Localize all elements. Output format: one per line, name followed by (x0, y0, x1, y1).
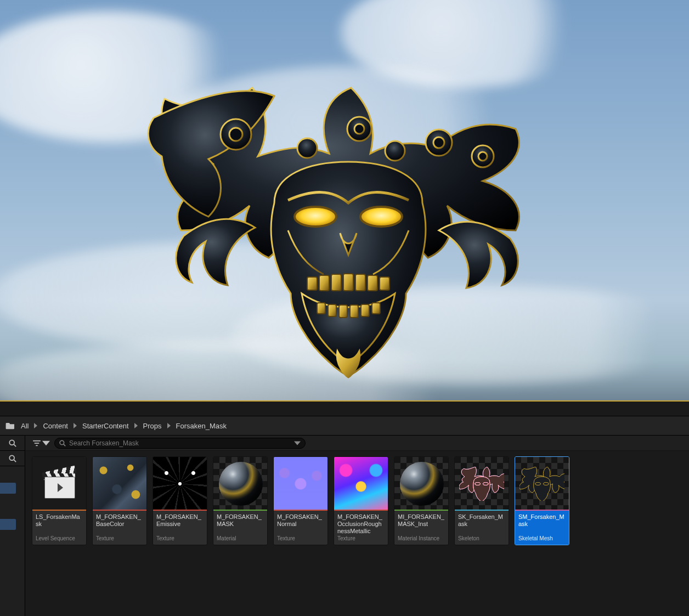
asset-thumbnail (334, 457, 388, 511)
asset-type: Material Instance (398, 535, 445, 541)
asset-type-strip (153, 510, 207, 511)
asset-grid[interactable]: LS_ForsakenMaskLevel SequenceM_FORSAKEN_… (25, 451, 689, 616)
asset-card[interactable]: MI_FORSAKEN_MASK_InstMaterial Instance (394, 456, 449, 545)
search-icon (59, 440, 66, 447)
asset-thumbnail (455, 457, 509, 511)
svg-rect-15 (343, 274, 353, 291)
svg-point-36 (535, 483, 541, 485)
svg-point-11 (360, 207, 402, 227)
asset-card[interactable]: LS_ForsakenMaskLevel Sequence (32, 456, 87, 545)
filter-icon (33, 440, 41, 447)
asset-type: Texture (96, 535, 143, 541)
chevron-right-icon (167, 423, 171, 428)
viewport-model-forsaken-mask (132, 66, 538, 384)
sources-tree-selection[interactable] (0, 483, 16, 494)
asset-search[interactable] (54, 438, 306, 449)
asset-type: Skeleton (458, 535, 505, 541)
asset-name: SM_Forsaken_Mask (518, 513, 566, 528)
breadcrumb-root[interactable]: All (19, 421, 31, 431)
svg-rect-21 (339, 305, 347, 318)
asset-name: M_FORSAKEN_OcclusionRoughnessMetallic (337, 513, 385, 535)
sources-search-button-2[interactable] (0, 451, 25, 466)
svg-rect-29 (33, 440, 41, 441)
svg-line-33 (64, 444, 65, 445)
svg-line-26 (14, 444, 16, 447)
breadcrumb-item-current[interactable]: Forsaken_Mask (174, 421, 229, 431)
asset-card[interactable]: M_FORSAKEN_MASKMaterial (213, 456, 268, 545)
breadcrumb-item-content[interactable]: Content (41, 421, 70, 431)
asset-type-strip (274, 510, 327, 511)
asset-thumbnail (213, 457, 267, 511)
svg-rect-12 (307, 277, 317, 290)
chevron-down-icon[interactable] (294, 440, 301, 447)
asset-type-strip (455, 510, 509, 511)
chevron-down-icon (42, 440, 50, 447)
breadcrumb-item-startercontent[interactable]: StarterContent (80, 421, 131, 431)
svg-point-37 (543, 483, 549, 485)
chevron-right-icon (134, 423, 138, 428)
asset-name: M_FORSAKEN_Normal (277, 513, 324, 528)
svg-point-7 (385, 141, 405, 161)
svg-rect-23 (361, 304, 369, 317)
asset-name: M_FORSAKEN_MASK (217, 513, 264, 528)
asset-type-strip (93, 510, 146, 511)
svg-point-9 (478, 152, 487, 161)
asset-type: Level Sequence (36, 535, 83, 541)
panel-divider[interactable] (0, 402, 689, 416)
asset-thumbnail (274, 457, 327, 511)
asset-type-strip (394, 510, 448, 511)
svg-rect-22 (350, 305, 358, 318)
asset-card[interactable]: M_FORSAKEN_NormalTexture (273, 456, 328, 545)
asset-thumbnail (93, 457, 146, 511)
asset-type-strip (32, 510, 86, 511)
asset-type-strip (213, 510, 267, 511)
filter-button[interactable] (33, 440, 50, 447)
svg-rect-14 (331, 274, 341, 291)
asset-thumbnail (153, 457, 207, 511)
asset-card[interactable]: M_FORSAKEN_BaseColorTexture (92, 456, 147, 545)
asset-name: SK_Forsaken_Mask (458, 513, 505, 528)
viewport[interactable] (0, 0, 689, 402)
breadcrumb: All Content StarterContent Props Forsake… (0, 416, 689, 436)
asset-type-strip (334, 510, 388, 511)
svg-rect-30 (35, 443, 39, 444)
asset-view: LS_ForsakenMaskLevel SequenceM_FORSAKEN_… (25, 436, 689, 616)
asset-type: Texture (337, 535, 385, 541)
asset-name: M_FORSAKEN_BaseColor (96, 513, 143, 528)
svg-point-25 (9, 440, 14, 445)
asset-thumbnail (32, 457, 86, 511)
asset-thumbnail (515, 457, 569, 511)
svg-rect-16 (355, 274, 365, 291)
svg-rect-31 (36, 445, 37, 446)
asset-name: LS_ForsakenMask (36, 513, 83, 528)
asset-type: Skeletal Mesh (518, 535, 566, 541)
svg-rect-18 (380, 277, 389, 290)
svg-line-28 (14, 460, 16, 462)
asset-card[interactable]: SK_Forsaken_MaskSkeleton (454, 456, 509, 545)
asset-meta: SK_Forsaken_MaskSkeleton (455, 511, 509, 545)
asset-toolbar (25, 436, 689, 451)
asset-search-input[interactable] (69, 439, 291, 447)
asset-meta: M_FORSAKEN_EmissiveTexture (153, 511, 207, 545)
svg-point-27 (9, 455, 14, 460)
svg-rect-24 (372, 303, 380, 314)
sources-search-button[interactable] (0, 436, 25, 451)
breadcrumb-item-props[interactable]: Props (141, 421, 164, 431)
chevron-right-icon (74, 423, 77, 428)
asset-type: Texture (156, 535, 204, 541)
chevron-right-icon (34, 423, 37, 428)
asset-meta: M_FORSAKEN_NormalTexture (274, 511, 327, 545)
asset-name: MI_FORSAKEN_MASK_Inst (398, 513, 445, 528)
asset-type-strip (515, 510, 569, 511)
svg-point-35 (483, 483, 488, 485)
asset-meta: LS_ForsakenMaskLevel Sequence (32, 511, 86, 545)
svg-point-6 (297, 138, 317, 158)
asset-card[interactable]: M_FORSAKEN_EmissiveTexture (153, 456, 207, 545)
asset-card[interactable]: SM_Forsaken_MaskSkeletal Mesh (515, 456, 569, 545)
svg-point-3 (433, 137, 444, 148)
svg-rect-13 (319, 275, 329, 291)
asset-meta: MI_FORSAKEN_MASK_InstMaterial Instance (394, 511, 448, 545)
sources-tree-selection-2[interactable] (0, 519, 16, 530)
asset-card[interactable]: M_FORSAKEN_OcclusionRoughnessMetallicTex… (334, 456, 388, 545)
folder-icon[interactable] (5, 422, 15, 429)
